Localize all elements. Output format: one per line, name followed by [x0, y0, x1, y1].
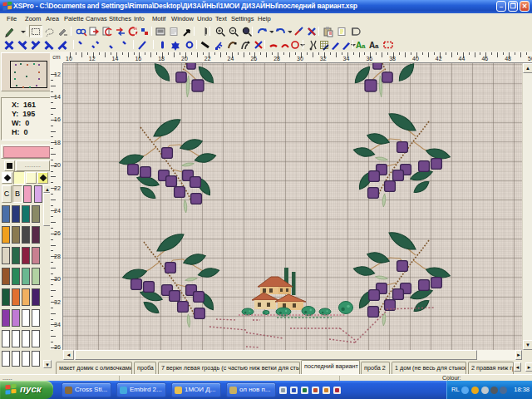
svg-text:a: a [375, 42, 379, 50]
svg-text:a: a [362, 42, 366, 50]
